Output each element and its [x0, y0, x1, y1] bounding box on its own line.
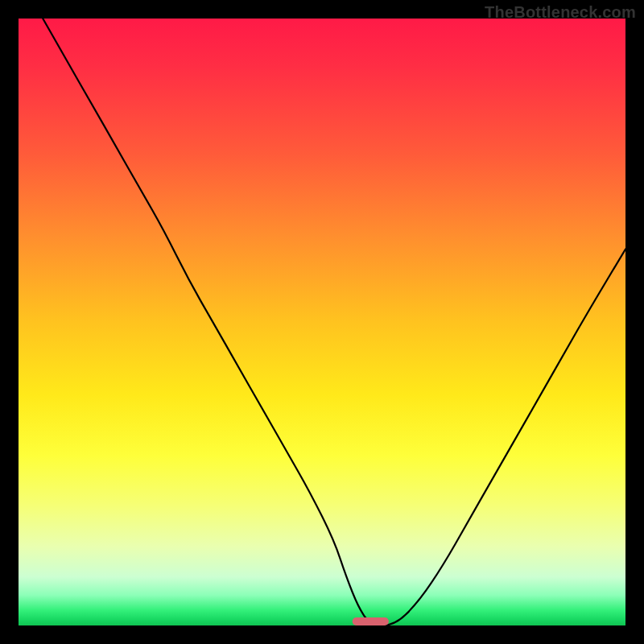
chart-svg — [19, 19, 625, 625]
watermark-text: TheBottleneck.com — [485, 3, 636, 22]
bottleneck-curve — [43, 19, 625, 625]
optimal-range-marker — [353, 617, 389, 625]
plot-area — [19, 19, 625, 625]
chart-frame: TheBottleneck.com — [0, 0, 644, 644]
